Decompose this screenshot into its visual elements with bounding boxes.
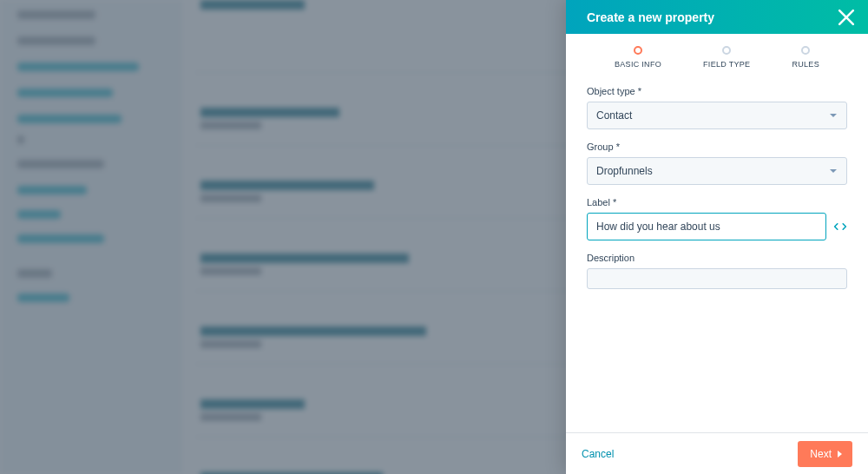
cancel-button[interactable]: Cancel — [582, 448, 614, 460]
group-select[interactable]: Dropfunnels — [587, 157, 847, 185]
code-icon[interactable] — [833, 221, 847, 233]
chevron-down-icon — [829, 111, 838, 120]
group-label: Group * — [587, 142, 847, 152]
panel-header: Create a new property — [566, 0, 868, 34]
chevron-right-icon — [837, 450, 844, 458]
stepper: BASIC INFO FIELD TYPE RULES — [566, 34, 868, 72]
next-button[interactable]: Next — [798, 441, 852, 467]
form: Object type * Contact Group * Dropfunnel… — [566, 72, 868, 289]
description-input[interactable] — [587, 268, 847, 289]
next-button-label: Next — [810, 448, 832, 460]
close-icon[interactable] — [837, 8, 856, 27]
step-dot-icon — [722, 46, 731, 55]
chevron-down-icon — [829, 167, 838, 175]
step-label: RULES — [792, 60, 819, 69]
step-label: FIELD TYPE — [703, 60, 750, 69]
step-field-type[interactable]: FIELD TYPE — [703, 46, 750, 69]
step-rules[interactable]: RULES — [792, 46, 819, 69]
label-field-label: Label * — [587, 197, 847, 207]
panel-footer: Cancel Next — [566, 432, 868, 474]
object-type-label: Object type * — [587, 86, 847, 96]
step-label: BASIC INFO — [615, 60, 661, 69]
step-dot-icon — [634, 46, 642, 55]
create-property-panel: Create a new property BASIC INFO FIELD T… — [566, 0, 868, 474]
description-label: Description — [587, 253, 847, 263]
label-input[interactable] — [587, 213, 826, 240]
group-value: Dropfunnels — [596, 165, 653, 177]
object-type-select[interactable]: Contact — [587, 102, 847, 129]
panel-title: Create a new property — [587, 10, 837, 24]
step-dot-icon — [801, 46, 810, 55]
step-basic-info[interactable]: BASIC INFO — [615, 46, 661, 69]
object-type-value: Contact — [596, 109, 632, 122]
